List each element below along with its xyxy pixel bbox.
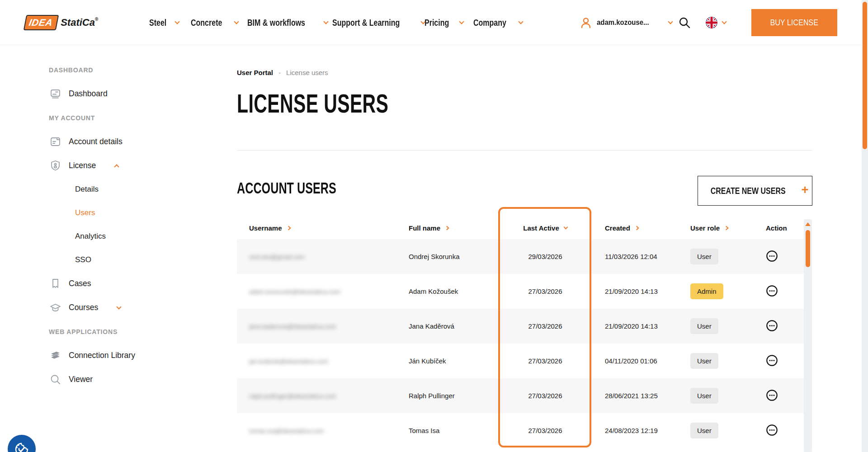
sidebar-subitem-details[interactable]: Details — [49, 178, 221, 201]
sidebar-item-dashboard[interactable]: Dashboard — [49, 82, 221, 106]
username-cell: adam.kozousek@ideastatica.com — [237, 287, 409, 295]
row-actions-button[interactable] — [766, 320, 778, 332]
column-header-user-role[interactable]: User role — [677, 224, 754, 232]
nav-item-pricing[interactable]: Pricing — [425, 0, 463, 45]
username-blurred-text: jana.kaderova@ideastatica.com — [249, 323, 336, 330]
column-header-created[interactable]: Created — [591, 224, 677, 232]
nav-item-bim-workflows[interactable]: BIM & workflows — [247, 0, 328, 45]
full-name-cell: Tomas Isa — [409, 427, 499, 434]
row-actions-button[interactable] — [766, 424, 778, 436]
nav-item-steel[interactable]: Steel — [149, 0, 179, 45]
sidebar-item-label: License — [69, 161, 96, 170]
table-scrollbar-thumb[interactable] — [806, 230, 810, 267]
sidebar-subitem-sso[interactable]: SSO — [49, 248, 221, 272]
sidebar-item-license[interactable]: License — [49, 154, 221, 178]
create-new-users-button[interactable]: CREATE NEW USERS + — [698, 176, 812, 206]
username-cell: jana.kaderova@ideastatica.com — [237, 322, 409, 330]
user-name-label: adam.kozouse... — [597, 18, 649, 27]
sidebar-item-connection-library[interactable]: Connection Library — [49, 344, 221, 367]
username-cell: tomas.isa@ideastatica.com — [237, 427, 409, 434]
user-role-cell: User — [677, 423, 754, 438]
action-cell — [754, 320, 804, 333]
table-row: jan.kubicek@ideastatica.com Ján Kubíček … — [237, 344, 804, 378]
row-actions-button[interactable] — [766, 389, 778, 401]
table-row: jana.kaderova@ideastatica.com Jana Kaděr… — [237, 309, 804, 344]
row-actions-button[interactable] — [766, 250, 778, 262]
username-cell: ond.sko@gmail.com — [237, 253, 409, 260]
ellipsis-icon — [766, 285, 778, 297]
user-role-cell: Admin — [677, 283, 754, 299]
sidebar-subitem-label: Analytics — [75, 232, 106, 241]
nav-label: Concrete — [191, 18, 222, 28]
scroll-up-arrow[interactable] — [805, 222, 811, 226]
chevron-up-icon — [114, 164, 119, 169]
sidebar-item-viewer[interactable]: Viewer — [49, 367, 221, 391]
sidebar-subitem-users[interactable]: Users — [49, 201, 221, 225]
nav-item-company[interactable]: Company — [473, 0, 523, 45]
role-badge: User — [690, 388, 718, 404]
ellipsis-icon — [766, 250, 778, 262]
table-row: ralph.pullinger@ideastatica.com Ralph Pu… — [237, 378, 804, 413]
page-scrollbar-thumb[interactable] — [863, 2, 867, 149]
column-header-full-name[interactable]: Full name — [409, 224, 499, 232]
row-actions-button[interactable] — [766, 354, 778, 367]
table-header-row: Username Full name Last Active Created U… — [237, 217, 804, 239]
sidebar-subitem-label: SSO — [75, 255, 91, 264]
sidebar-item-cases[interactable]: Cases — [49, 272, 221, 296]
sidebar-item-account-details[interactable]: Account details — [49, 130, 221, 154]
full-name-cell: Ondrej Skorunka — [409, 253, 499, 260]
chevron-down-icon — [175, 19, 179, 24]
table-row: ond.sko@gmail.com Ondrej Skorunka 29/03/… — [237, 239, 804, 274]
username-blurred-text: adam.kozousek@ideastatica.com — [249, 288, 340, 295]
sidebar-item-label: Account details — [69, 137, 123, 146]
username-blurred-text: jan.kubicek@ideastatica.com — [249, 358, 328, 365]
table-row: adam.kozousek@ideastatica.com Adam Kožou… — [237, 274, 804, 309]
cases-bookmark-icon — [49, 278, 61, 290]
connection-library-icon — [49, 349, 61, 362]
last-active-cell: 29/03/2026 — [499, 253, 591, 260]
username-blurred-text: ond.sko@gmail.com — [249, 254, 305, 260]
last-active-cell: 27/03/2026 — [499, 427, 591, 434]
created-cell: 24/08/2023 12:19 — [591, 427, 677, 434]
row-actions-button[interactable] — [766, 285, 778, 297]
breadcrumb-root[interactable]: User Portal — [237, 69, 273, 76]
username-blurred-text: tomas.isa@ideastatica.com — [249, 428, 324, 434]
action-cell — [754, 354, 804, 368]
column-header-last-active[interactable]: Last Active — [499, 224, 591, 232]
dashboard-icon — [49, 88, 61, 100]
buy-license-button[interactable]: BUY LICENSE — [751, 9, 837, 36]
license-shield-icon — [49, 160, 61, 172]
main-content: User Portal - License users LICENSE USER… — [237, 45, 812, 452]
brand-logo[interactable]: IDEA StatiCa® — [25, 15, 98, 30]
full-name-cell: Adam Kožoušek — [409, 287, 499, 295]
ellipsis-icon — [766, 320, 778, 332]
username-cell: ralph.pullinger@ideastatica.com — [237, 392, 409, 400]
user-account-menu[interactable]: adam.kozouse... — [580, 0, 672, 45]
sidebar: DASHBOARD Dashboard MY ACCOUNT Account d… — [49, 58, 221, 391]
sidebar-item-label: Cases — [69, 279, 91, 288]
full-name-cell: Ralph Pullinger — [409, 392, 499, 400]
cookie-consent-widget[interactable] — [8, 435, 36, 452]
nav-item-concrete[interactable]: Concrete — [191, 0, 238, 45]
sidebar-heading-my-account: MY ACCOUNT — [49, 106, 221, 130]
account-details-icon — [49, 136, 61, 148]
last-active-cell: 27/03/2026 — [499, 357, 591, 365]
created-cell: 21/09/2020 14:13 — [591, 322, 677, 330]
column-header-username[interactable]: Username — [237, 224, 409, 232]
sidebar-subitem-analytics[interactable]: Analytics — [49, 225, 221, 248]
person-icon — [580, 16, 592, 29]
chevron-down-icon — [722, 19, 726, 24]
chevron-down-icon — [323, 19, 328, 24]
search-button[interactable] — [678, 0, 691, 45]
sort-chevron-right-icon — [445, 226, 449, 231]
breadcrumb-separator: - — [278, 69, 281, 76]
nav-item-support-learning[interactable]: Support & Learning — [332, 0, 425, 45]
page-title: LICENSE USERS — [237, 89, 448, 118]
language-selector[interactable] — [705, 0, 726, 45]
sidebar-item-courses[interactable]: Courses — [49, 296, 221, 320]
ellipsis-icon — [766, 354, 778, 367]
user-role-cell: User — [677, 249, 754, 264]
create-new-users-label: CREATE NEW USERS — [711, 186, 786, 196]
courses-graduation-icon — [49, 301, 61, 314]
role-badge: Admin — [690, 283, 723, 299]
